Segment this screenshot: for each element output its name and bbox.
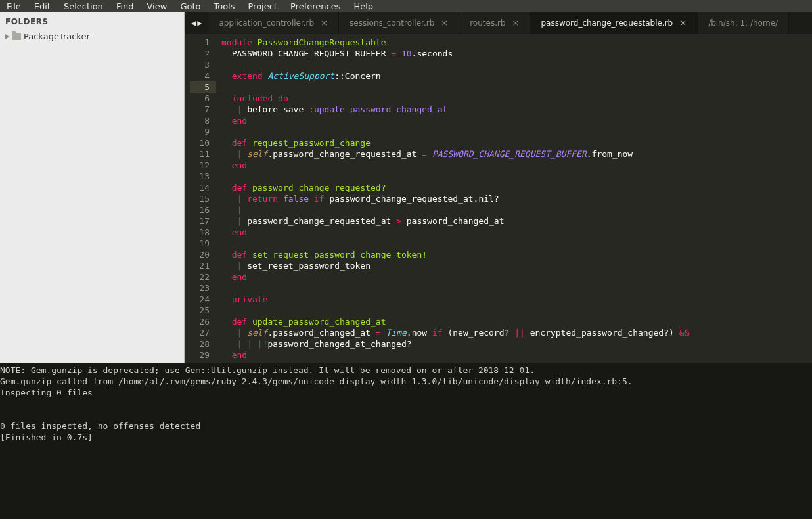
build-output-panel[interactable]: NOTE: Gem.gunzip is deprecated; use Gem:… [0,363,812,519]
gutter: 1234567891011121314151617181920212223242… [185,34,216,363]
editor-group: ◀ ▶ application_controller.rb × sessions… [185,12,812,363]
tab-nav-next-icon[interactable]: ▶ [197,18,202,28]
menu-preferences[interactable]: Preferences [284,1,347,11]
tab-label: password_change_requestable.rb [541,18,673,28]
menu-edit[interactable]: Edit [28,1,57,11]
tab-label: /bin/sh: 1: /home/ [708,18,778,28]
menu-find[interactable]: Find [110,1,141,11]
close-icon[interactable]: × [321,18,328,28]
sidebar: FOLDERS PackageTracker [0,12,185,363]
chevron-right-icon [5,34,9,39]
menu-view[interactable]: View [141,1,174,11]
tab-label: sessions_controller.rb [350,18,434,28]
menu-goto[interactable]: Goto [173,1,207,11]
tab-application-controller[interactable]: application_controller.rb × [208,12,339,34]
tab-label: application_controller.rb [219,18,314,28]
folder-icon [12,33,21,40]
menubar: File Edit Selection Find View Goto Tools… [0,0,812,12]
close-icon[interactable]: × [679,18,687,28]
menu-tools[interactable]: Tools [207,1,241,11]
code[interactable]: module PasswordChangeRequestable PASSWOR… [216,34,812,363]
tab-sessions-controller[interactable]: sessions_controller.rb × [339,12,459,34]
tab-bar: ◀ ▶ application_controller.rb × sessions… [185,12,812,34]
folder-label: PackageTracker [24,32,90,41]
tab-nav-prev-icon[interactable]: ◀ [191,18,196,28]
menu-selection[interactable]: Selection [57,1,110,11]
code-area[interactable]: 1234567891011121314151617181920212223242… [185,34,812,363]
tab-password-change-requestable[interactable]: password_change_requestable.rb × [530,12,698,34]
tab-nav: ◀ ▶ [185,12,208,34]
menu-project[interactable]: Project [241,1,283,11]
folder-root[interactable]: PackageTracker [0,30,184,43]
close-icon[interactable]: × [441,18,448,28]
sidebar-header: FOLDERS [0,12,184,30]
menu-file[interactable]: File [0,1,28,11]
menu-help[interactable]: Help [347,1,380,11]
tab-label: routes.rb [470,18,505,28]
tab-routes[interactable]: routes.rb × [459,12,530,34]
close-icon[interactable]: × [512,18,520,28]
tab-build-output[interactable]: /bin/sh: 1: /home/ [698,12,789,34]
